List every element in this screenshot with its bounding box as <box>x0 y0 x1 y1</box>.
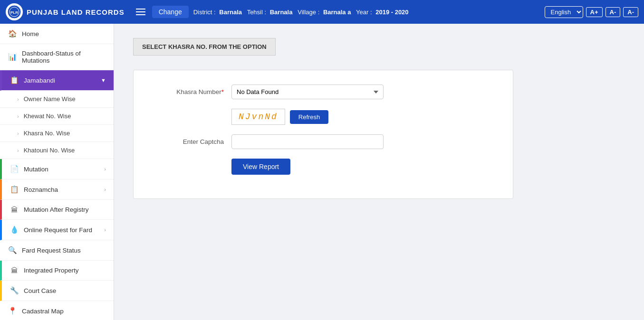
fard-status-icon: 🔍 <box>8 246 17 254</box>
sidebar-item-online-request-fard[interactable]: 💧 Online Request for Fard › <box>0 220 114 240</box>
khasra-required-mark: * <box>221 88 224 95</box>
header-right: English A+ A- A- <box>545 6 638 18</box>
year-value: 2019 - 2020 <box>375 9 408 16</box>
sidebar-item-integrated-property[interactable]: 🏛 Integrated Property <box>0 261 114 281</box>
instruction-box: SELECT KHASRA NO. FROM THE OPTION <box>133 38 276 56</box>
sidebar-label-court-case: Court Case <box>24 287 106 294</box>
khasra-number-row: Khasra Number* No Data Found <box>153 85 494 99</box>
captcha-input[interactable] <box>231 134 384 149</box>
sidebar-label-cadastral-map: Cadastral Map <box>22 308 106 315</box>
font-reset-button[interactable]: A- <box>623 7 638 17</box>
sidebar-item-dashboard[interactable]: 📊 Dashboard-Status of Mutations <box>0 44 114 70</box>
sidebar-item-fard-request-status[interactable]: 🔍 Fard Request Status <box>0 240 114 261</box>
mutation-registry-icon: 🏛 <box>10 206 19 214</box>
sidebar-label-roznamcha: Roznamcha <box>24 186 99 193</box>
roznamcha-arrow-icon: › <box>104 187 106 192</box>
sidebar-item-jamabandi[interactable]: 📋 Jamabandi ▼ <box>0 70 114 91</box>
form-card: Khasra Number* No Data Found NJvnNd Refr… <box>133 70 513 199</box>
sidebar-label-owner-name-wise: Owner Name Wise <box>24 95 106 103</box>
integrated-property-icon: 🏛 <box>10 266 19 274</box>
khatouni-arrow-icon: › <box>17 148 19 153</box>
main-layout: 🏠 Home 📊 Dashboard-Status of Mutations 📋… <box>0 24 644 320</box>
font-decrease-button[interactable]: A- <box>606 7 621 17</box>
district-value: Barnala <box>219 9 242 16</box>
sidebar-label-mutation-after-registry: Mutation After Registry <box>24 206 106 213</box>
sidebar-item-roznamcha[interactable]: 📋 Roznamcha › <box>0 179 114 200</box>
jamabandi-arrow-icon: ▼ <box>101 77 106 83</box>
online-fard-arrow-icon: › <box>104 227 106 233</box>
change-button[interactable]: Change <box>152 6 189 18</box>
roznamcha-icon: 📋 <box>10 185 19 194</box>
khasra-number-label: Khasra Number* <box>153 88 224 95</box>
sidebar: 🏠 Home 📊 Dashboard-Status of Mutations 📋… <box>0 24 114 320</box>
header-brand: PLR PUNJAB LAND RECORDS <box>6 3 125 20</box>
main-content: SELECT KHASRA NO. FROM THE OPTION Khasra… <box>114 24 644 320</box>
enter-captcha-row: Enter Captcha <box>153 134 494 149</box>
captcha-display: NJvnNd <box>231 109 285 125</box>
sidebar-label-fard-request-status: Fard Request Status <box>22 247 106 254</box>
mutation-icon: 📄 <box>10 165 19 173</box>
hamburger-button[interactable] <box>134 7 147 17</box>
header-nav: Change District : Barnala Tehsil : Barna… <box>134 6 545 18</box>
sidebar-label-khewat-no-wise: Khewat No. Wise <box>24 113 106 120</box>
sidebar-label-mutation: Mutation <box>24 166 99 173</box>
svg-text:PLR: PLR <box>10 10 18 15</box>
sidebar-item-home[interactable]: 🏠 Home <box>0 24 114 44</box>
sidebar-label-online-request-fard: Online Request for Fard <box>24 226 99 234</box>
captcha-row: NJvnNd Refresh <box>153 109 494 125</box>
mutation-arrow-icon: › <box>104 166 106 172</box>
sidebar-item-khatouni-no-wise[interactable]: › Khatouni No. Wise <box>0 142 114 159</box>
khewat-arrow-icon: › <box>17 113 19 119</box>
sidebar-label-khatouni-no-wise: Khatouni No. Wise <box>24 147 106 154</box>
dashboard-icon: 📊 <box>8 53 17 61</box>
captcha-section: NJvnNd Refresh <box>231 109 328 125</box>
font-increase-button[interactable]: A+ <box>586 7 603 17</box>
sidebar-item-mutation[interactable]: 📄 Mutation › <box>0 159 114 179</box>
sidebar-label-jamabandi: Jamabandi <box>24 77 96 84</box>
cadastral-map-icon: 📍 <box>8 307 17 315</box>
sidebar-label-dashboard: Dashboard-Status of Mutations <box>22 50 106 64</box>
site-title: PUNJAB LAND RECORDS <box>27 8 125 16</box>
village-value: Barnala a <box>323 9 351 16</box>
owner-arrow-icon: › <box>17 96 19 102</box>
sidebar-item-owner-name-wise[interactable]: › Owner Name Wise <box>0 91 114 108</box>
year-label: Year : <box>356 9 372 16</box>
refresh-button[interactable]: Refresh <box>290 110 329 124</box>
sidebar-item-khewat-no-wise[interactable]: › Khewat No. Wise <box>0 108 114 125</box>
district-label: District : <box>193 9 216 16</box>
language-select[interactable]: English <box>545 6 583 18</box>
khasra-number-select[interactable]: No Data Found <box>231 85 384 99</box>
sidebar-label-khasra-no-wise: Khasra No. Wise <box>24 130 106 137</box>
sidebar-label-home: Home <box>22 30 106 38</box>
logo: PLR <box>6 3 23 20</box>
online-fard-icon: 💧 <box>10 226 19 234</box>
view-report-row: View Report <box>153 159 494 175</box>
sidebar-label-integrated-property: Integrated Property <box>24 267 106 274</box>
tehsil-label: Tehsil : <box>247 9 266 16</box>
view-report-button[interactable]: View Report <box>231 159 290 175</box>
jamabandi-icon: 📋 <box>10 76 19 85</box>
sidebar-item-cadastral-map[interactable]: 📍 Cadastral Map <box>0 301 114 320</box>
sidebar-item-khasra-no-wise[interactable]: › Khasra No. Wise <box>0 125 114 142</box>
sidebar-item-court-case[interactable]: 🔧 Court Case <box>0 281 114 301</box>
sidebar-item-mutation-after-registry[interactable]: 🏛 Mutation After Registry <box>0 200 114 220</box>
enter-captcha-label: Enter Captcha <box>153 138 224 145</box>
tehsil-value: Barnala <box>270 9 293 16</box>
village-label: Village : <box>298 9 319 16</box>
header: PLR PUNJAB LAND RECORDS Change District … <box>0 0 644 24</box>
khasra-arrow-icon: › <box>17 131 19 136</box>
home-icon: 🏠 <box>8 29 17 38</box>
court-case-icon: 🔧 <box>10 286 19 295</box>
header-location-info: District : Barnala Tehsil : Barnala Vill… <box>193 9 409 16</box>
